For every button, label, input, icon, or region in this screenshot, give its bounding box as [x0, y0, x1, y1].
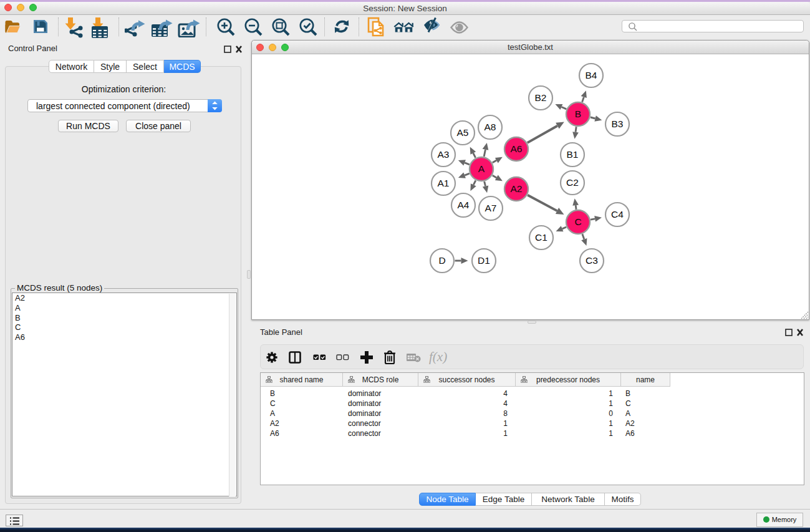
svg-text:A3: A3 [438, 149, 450, 160]
svg-text:B3: B3 [612, 118, 624, 129]
svg-text:B: B [575, 109, 581, 119]
svg-text:D1: D1 [478, 255, 490, 266]
svg-text:C3: C3 [586, 255, 598, 266]
svg-text:A4: A4 [458, 200, 470, 210]
svg-text:C4: C4 [611, 209, 624, 220]
svg-text:C1: C1 [535, 232, 547, 243]
svg-text:A5: A5 [457, 127, 469, 138]
svg-text:A: A [478, 163, 485, 174]
svg-text:B2: B2 [535, 92, 547, 103]
svg-text:C: C [574, 216, 581, 227]
svg-text:B1: B1 [567, 149, 579, 160]
svg-text:A1: A1 [438, 178, 450, 188]
svg-text:D: D [438, 255, 445, 266]
svg-text:A8: A8 [485, 122, 496, 132]
svg-text:C2: C2 [566, 177, 579, 188]
svg-text:B4: B4 [586, 70, 597, 80]
svg-text:A7: A7 [485, 203, 497, 213]
svg-text:A6: A6 [511, 143, 523, 154]
svg-text:A2: A2 [511, 183, 523, 194]
